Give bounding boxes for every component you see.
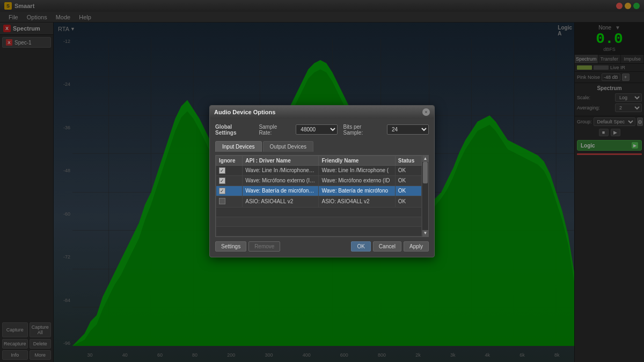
- cell-ignore-1: [216, 165, 243, 175]
- table-row-selected[interactable]: Wave: Batería de micrófonos integ... Wav…: [216, 186, 422, 196]
- dialog-right-actions: OK Cancel Apply: [351, 241, 429, 252]
- device-table: Ignore API : Driver Name Friendly Name S…: [216, 156, 422, 237]
- sample-rate-label: Sample Rate:: [259, 124, 290, 136]
- table-row[interactable]: ASIO: ASIO4ALL v2 ASIO: ASIO4ALL v2 OK: [216, 196, 422, 207]
- scroll-thumb[interactable]: [423, 162, 428, 183]
- checkbox-3[interactable]: [219, 188, 225, 194]
- col-status: Status: [395, 156, 421, 165]
- bits-per-sample-dropdown[interactable]: 24 16 32: [387, 124, 429, 135]
- cell-friendly-3: Wave: Batería de micrófono: [319, 186, 395, 196]
- table-row-empty-2: [216, 217, 422, 226]
- scroll-down-button[interactable]: ▼: [422, 230, 428, 237]
- modal-overlay: Audio Device Options × Global Settings S…: [0, 0, 644, 362]
- cell-ignore-3: [216, 186, 243, 196]
- settings-button[interactable]: Settings: [215, 241, 246, 252]
- checkbox-2[interactable]: [219, 178, 225, 184]
- scrollbar-track: ▲ ▼: [422, 156, 428, 237]
- sample-rate-dropdown[interactable]: 48000 44100 88200 96000: [296, 124, 338, 135]
- device-table-container: Ignore API : Driver Name Friendly Name S…: [215, 155, 429, 237]
- global-settings-label: Global Settings: [215, 124, 253, 136]
- cell-status-3: OK: [395, 186, 421, 196]
- table-row-empty-1: [216, 207, 422, 217]
- cancel-button[interactable]: Cancel: [373, 241, 401, 252]
- cell-status-4: OK: [395, 196, 421, 207]
- cell-friendly-4: ASIO: ASIO4ALL v2: [319, 196, 395, 207]
- cell-friendly-1: Wave: Line In /Microphone (: [319, 165, 395, 175]
- dialog-actions: Settings Remove OK Cancel Apply: [215, 241, 429, 252]
- bits-per-sample-label: Bits per Sample:: [343, 124, 381, 136]
- remove-button[interactable]: Remove: [248, 241, 280, 252]
- col-ignore: Ignore: [216, 156, 243, 165]
- cell-api-3: Wave: Batería de micrófonos integ...: [243, 186, 319, 196]
- col-friendly-name: Friendly Name: [319, 156, 395, 165]
- dialog-left-actions: Settings Remove: [215, 241, 280, 252]
- table-row[interactable]: Wave: Line In /Microphone (Waves... Wave…: [216, 165, 422, 175]
- dialog-tabs: Input Devices Output Devices: [215, 141, 429, 152]
- checkbox-4[interactable]: [219, 198, 225, 204]
- cell-api-1: Wave: Line In /Microphone (Waves...: [243, 165, 319, 175]
- dialog-close-button[interactable]: ×: [422, 108, 430, 116]
- cell-ignore-4: [216, 196, 243, 207]
- cell-api-4: ASIO: ASIO4ALL v2: [243, 196, 319, 207]
- tab-output-devices[interactable]: Output Devices: [263, 141, 313, 152]
- cell-status-2: OK: [395, 175, 421, 186]
- dialog-title-bar: Audio Device Options ×: [210, 106, 434, 119]
- dialog-body: Global Settings Sample Rate: 48000 44100…: [210, 119, 434, 257]
- checkbox-1[interactable]: [219, 167, 225, 174]
- ok-button[interactable]: OK: [351, 241, 370, 252]
- cell-ignore-2: [216, 175, 243, 186]
- col-api-driver: API : Driver Name: [243, 156, 319, 165]
- table-row[interactable]: Wave: Micrófono externo (IDT Hig... Wave…: [216, 175, 422, 186]
- cell-status-1: OK: [395, 165, 421, 175]
- scroll-up-button[interactable]: ▲: [422, 156, 428, 162]
- audio-device-dialog: Audio Device Options × Global Settings S…: [209, 105, 435, 257]
- table-row-empty-3: [216, 226, 422, 236]
- tab-input-devices[interactable]: Input Devices: [215, 141, 262, 152]
- cell-api-2: Wave: Micrófono externo (IDT Hig...: [243, 175, 319, 186]
- apply-button[interactable]: Apply: [404, 241, 429, 252]
- cell-friendly-2: Wave: Micrófono externo (ID: [319, 175, 395, 186]
- global-settings-row: Global Settings Sample Rate: 48000 44100…: [215, 124, 429, 136]
- dialog-title: Audio Device Options: [214, 109, 275, 115]
